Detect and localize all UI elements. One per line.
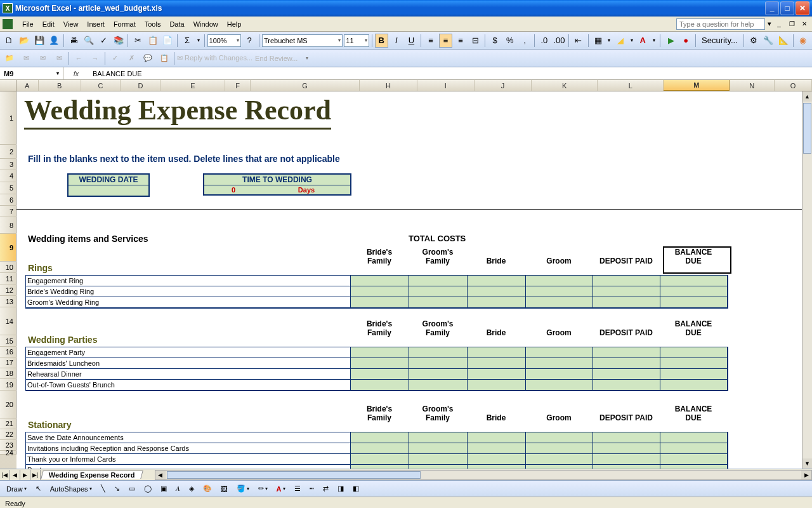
line-button[interactable]: ╲ — [98, 483, 108, 494]
play-macro-button[interactable]: ▶ — [664, 34, 678, 48]
item-cell[interactable] — [468, 369, 526, 380]
row-header-13[interactable]: 13 — [0, 296, 16, 307]
help-dropdown-icon[interactable]: ▾ — [768, 20, 771, 28]
item-cell[interactable] — [593, 358, 660, 369]
item-cell[interactable] — [351, 276, 409, 286]
item-cell[interactable] — [409, 347, 468, 358]
item-cell[interactable] — [409, 465, 468, 469]
spelling-button[interactable]: ✓ — [96, 34, 110, 48]
item-cell[interactable] — [593, 380, 660, 391]
spreadsheet-grid[interactable]: ABCDEFGHIJKLMNO 123456789101112131415161… — [0, 80, 812, 469]
font-size-combo[interactable]: 11▾ — [344, 34, 369, 47]
vertical-scrollbar[interactable]: ▲ ▼ — [802, 91, 812, 469]
col-header-L[interactable]: L — [598, 80, 664, 91]
bold-button[interactable]: B — [375, 34, 389, 48]
underline-button[interactable]: U — [405, 34, 419, 48]
open-button[interactable]: 📂 — [18, 34, 32, 48]
arrow-button[interactable]: ↘ — [112, 483, 122, 494]
col-header-I[interactable]: I — [417, 80, 475, 91]
item-cell[interactable] — [351, 347, 409, 358]
draw-menu[interactable]: Draw ▾ — [4, 484, 29, 494]
row-header-10[interactable]: 10 — [0, 262, 16, 273]
rev-btn-7[interactable]: ✗ — [124, 51, 138, 65]
row-header-3[interactable]: 3 — [0, 159, 16, 170]
item-cell[interactable] — [468, 347, 526, 358]
menu-tools[interactable]: Tools — [140, 19, 166, 29]
item-cell[interactable] — [468, 286, 526, 297]
arrow-style-button[interactable]: ⇄ — [320, 483, 331, 494]
row-header-19[interactable]: 19 — [0, 379, 16, 391]
hscroll-left-button[interactable]: ◀ — [155, 471, 166, 479]
sheet-tab[interactable]: Wedding Expense Record — [41, 471, 143, 479]
row-header-14[interactable]: 14 — [0, 307, 16, 335]
security-button[interactable]: Security... — [698, 34, 741, 48]
item-cell[interactable] — [526, 347, 593, 358]
fill-color-button[interactable]: ◢ — [613, 34, 627, 48]
rev-btn-3[interactable]: ✉ — [52, 51, 66, 65]
fill-dropdown[interactable]: ▾ — [629, 34, 635, 48]
row-header-5[interactable]: 5 — [0, 182, 16, 194]
item-cell[interactable] — [468, 443, 526, 454]
tab-prev-button[interactable]: ◀ — [10, 470, 20, 480]
menu-data[interactable]: Data — [165, 19, 188, 29]
item-cell[interactable] — [526, 358, 593, 369]
borders-dropdown[interactable]: ▾ — [606, 34, 612, 48]
rev-btn-9[interactable]: 📋 — [157, 51, 171, 65]
item-cell[interactable] — [660, 286, 728, 297]
rev-btn-8[interactable]: 💬 — [141, 51, 155, 65]
item-cell[interactable] — [351, 286, 409, 297]
row-header-18[interactable]: 18 — [0, 368, 16, 379]
scroll-thumb[interactable] — [803, 103, 811, 154]
menu-window[interactable]: Window — [189, 19, 223, 29]
menu-help[interactable]: Help — [223, 19, 246, 29]
tab-first-button[interactable]: |◀ — [0, 470, 10, 480]
increase-decimal-button[interactable]: .0 — [537, 34, 551, 48]
wordart-button[interactable]: 𝐴 — [173, 483, 183, 494]
item-cell[interactable] — [409, 297, 468, 308]
item-cell[interactable] — [526, 432, 593, 443]
item-cell[interactable] — [468, 358, 526, 369]
row-header-2[interactable]: 2 — [0, 145, 16, 159]
horizontal-scrollbar[interactable]: ◀ ▶ — [155, 470, 813, 480]
item-cell[interactable] — [593, 454, 660, 465]
select-objects-button[interactable]: ↖ — [33, 483, 44, 494]
row-header-22[interactable]: 22 — [0, 429, 16, 440]
mdi-close-button[interactable]: ✕ — [799, 19, 809, 29]
toolbar-options-button[interactable]: ▾ — [300, 51, 314, 65]
item-cell[interactable] — [409, 276, 468, 286]
clipart-button[interactable]: 🎨 — [200, 483, 214, 494]
oval-button[interactable]: ◯ — [141, 483, 154, 494]
item-cell[interactable] — [526, 369, 593, 380]
item-cell[interactable] — [593, 443, 660, 454]
help-button[interactable]: ? — [242, 34, 256, 48]
col-header-G[interactable]: G — [251, 80, 360, 91]
item-cell[interactable] — [593, 369, 660, 380]
item-cell[interactable] — [526, 380, 593, 391]
record-macro-button[interactable]: ● — [679, 34, 693, 48]
permission-button[interactable]: 👤 — [48, 34, 62, 48]
minimize-button[interactable]: _ — [765, 1, 779, 15]
row-header-6[interactable]: 6 — [0, 194, 16, 206]
row-header-17[interactable]: 17 — [0, 358, 16, 368]
copy-button[interactable]: 📋 — [146, 34, 160, 48]
mdi-minimize-button[interactable]: _ — [774, 19, 784, 29]
scroll-up-button[interactable]: ▲ — [802, 91, 812, 102]
font-color-button[interactable]: A — [636, 34, 650, 48]
item-cell[interactable] — [660, 465, 728, 469]
align-right-button[interactable]: ≡ — [454, 34, 468, 48]
item-cell[interactable] — [593, 286, 660, 297]
merge-center-button[interactable]: ⊟ — [469, 34, 483, 48]
print-preview-button[interactable]: 🔍 — [82, 34, 96, 48]
diagram-button[interactable]: ◈ — [187, 483, 197, 494]
item-cell[interactable] — [468, 380, 526, 391]
item-cell[interactable] — [351, 297, 409, 308]
autosum-dropdown[interactable]: ▾ — [195, 34, 202, 48]
item-cell[interactable] — [660, 347, 728, 358]
col-header-M[interactable]: M — [664, 80, 730, 91]
item-cell[interactable] — [593, 347, 660, 358]
item-cell[interactable] — [660, 380, 728, 391]
research-button[interactable]: 📚 — [112, 34, 126, 48]
item-cell[interactable] — [660, 358, 728, 369]
line-style-button[interactable]: ☰ — [292, 483, 303, 494]
row-headers[interactable]: 123456789101112131415161718192021222324 — [0, 91, 16, 469]
